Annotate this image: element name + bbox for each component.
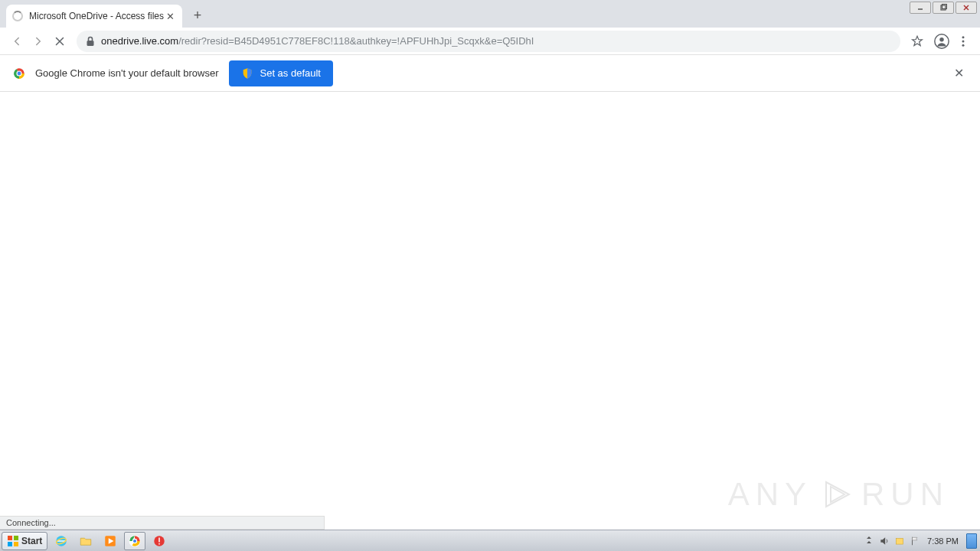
tab-strip: Microsoft OneDrive - Access files an ✕ + [0, 0, 980, 28]
page-content [0, 92, 980, 530]
watermark: ANY RUN [728, 476, 949, 513]
system-tray: 7:38 PM [861, 530, 980, 551]
default-browser-infobar: Google Chrome isn't your default browser… [0, 55, 980, 92]
maximize-button[interactable] [933, 2, 954, 14]
tray-expand-icon[interactable] [861, 532, 877, 550]
url-text: onedrive.live.com/redir?resid=B45D4951C7… [101, 35, 534, 47]
taskbar-chrome-icon[interactable] [124, 532, 145, 550]
svg-point-9 [939, 37, 944, 41]
set-default-button[interactable]: Set as default [229, 60, 333, 86]
address-bar[interactable]: onedrive.live.com/redir?resid=B45D4951C7… [77, 31, 900, 52]
infobar-close-button[interactable]: ✕ [949, 64, 968, 83]
start-label: Start [21, 536, 42, 546]
taskbar-explorer-icon[interactable] [75, 532, 96, 550]
flag-icon[interactable] [907, 532, 923, 550]
taskbar-media-icon[interactable] [100, 532, 121, 550]
taskbar-red-icon[interactable] [149, 532, 170, 550]
loading-spinner-icon [12, 11, 23, 21]
tab-title: Microsoft OneDrive - Access files an [29, 11, 164, 21]
shield-icon [241, 67, 253, 80]
taskbar: Start 7:38 PM [0, 530, 980, 551]
watermark-left: ANY [728, 476, 812, 513]
svg-point-27 [133, 539, 137, 543]
stop-reload-button[interactable] [49, 31, 70, 52]
chrome-icon [12, 67, 26, 80]
svg-rect-19 [14, 536, 18, 540]
minimize-button[interactable] [910, 2, 931, 14]
chrome-menu-button[interactable] [952, 31, 974, 52]
svg-point-11 [962, 40, 965, 42]
svg-rect-29 [159, 537, 161, 542]
browser-tab[interactable]: Microsoft OneDrive - Access files an ✕ [6, 5, 182, 28]
start-button[interactable]: Start [2, 532, 47, 550]
profile-button[interactable] [931, 31, 952, 52]
windows-icon [7, 535, 19, 547]
svg-point-10 [962, 36, 965, 38]
svg-rect-31 [896, 538, 903, 544]
set-default-label: Set as default [260, 67, 321, 79]
play-icon [822, 479, 852, 510]
watermark-right: RUN [861, 476, 949, 513]
svg-rect-20 [8, 542, 12, 546]
svg-rect-18 [8, 536, 12, 540]
url-host: onedrive.live.com [101, 35, 178, 47]
forward-button[interactable] [28, 31, 49, 52]
bookmark-button[interactable] [906, 31, 928, 52]
svg-rect-30 [159, 543, 161, 545]
svg-rect-7 [87, 41, 94, 46]
url-path: /redir?resid=B45D4951C778EF8C!118&authke… [178, 35, 534, 47]
infobar-message: Google Chrome isn't your default browser [35, 67, 218, 79]
window-controls [910, 2, 977, 14]
browser-toolbar: onedrive.live.com/redir?resid=B45D4951C7… [0, 28, 980, 55]
clock[interactable]: 7:38 PM [923, 536, 963, 546]
status-bar: Connecting... [0, 516, 325, 530]
new-tab-button[interactable]: + [187, 5, 208, 26]
close-window-button[interactable] [956, 2, 977, 14]
close-tab-button[interactable]: ✕ [164, 10, 176, 22]
back-button[interactable] [6, 31, 28, 52]
svg-rect-21 [14, 542, 18, 546]
taskbar-ie-icon[interactable] [51, 532, 72, 550]
svg-point-12 [962, 44, 965, 46]
lock-icon [86, 36, 95, 47]
volume-icon[interactable] [877, 532, 892, 550]
show-desktop-button[interactable] [966, 533, 977, 549]
tray-folder-icon[interactable] [892, 532, 907, 550]
